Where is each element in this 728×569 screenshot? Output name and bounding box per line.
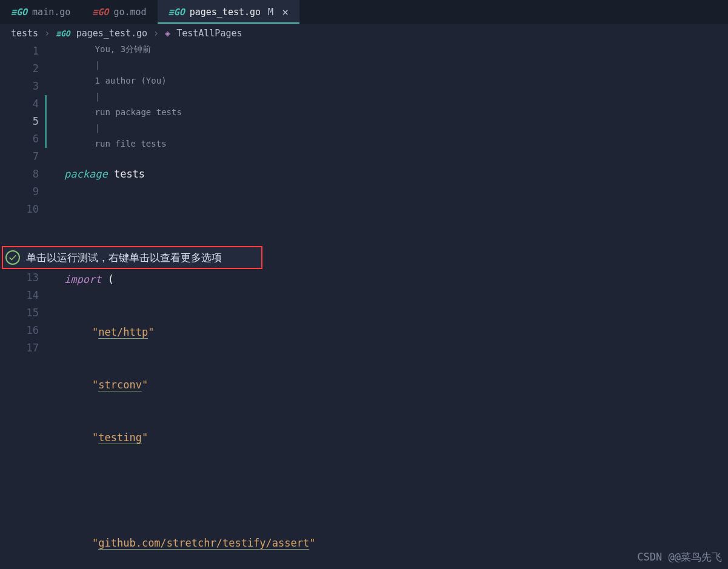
- breadcrumb-symbol[interactable]: TestAllPages: [176, 28, 242, 39]
- gutter: 1 2 3 4 5 6 7 8 9 10 12 13 14 15 16 17: [0, 42, 48, 569]
- run-test-tooltip[interactable]: 单击以运行测试，右键单击以查看更多选项: [2, 246, 262, 269]
- tab-label: main.go: [32, 7, 70, 18]
- code-area[interactable]: You, 3分钟前 | 1 author (You) | run package…: [48, 42, 728, 569]
- breadcrumb-folder[interactable]: tests: [11, 28, 38, 39]
- go-icon: ≡GO: [169, 7, 185, 18]
- watermark: CSDN @@菜鸟先飞: [637, 550, 722, 564]
- chevron-right-icon: ›: [44, 28, 50, 39]
- code-editor[interactable]: 1 2 3 4 5 6 7 8 9 10 12 13 14 15 16 17 Y…: [0, 42, 728, 569]
- line-number: 1: [0, 42, 39, 60]
- tab-go-mod[interactable]: ≡GO go.mod: [81, 0, 157, 24]
- close-icon[interactable]: ×: [282, 5, 289, 18]
- tab-bar: ≡GO main.go ≡GO go.mod ≡GO pages_test.go…: [0, 0, 728, 24]
- tooltip-text: 单击以运行测试，右键单击以查看更多选项: [26, 251, 222, 265]
- codelens-top: You, 3分钟前 | 1 author (You) | run package…: [64, 25, 182, 41]
- tab-label: pages_test.go: [190, 7, 261, 18]
- tab-main-go[interactable]: ≡GO main.go: [0, 0, 81, 24]
- check-circle-icon: [5, 250, 20, 265]
- modified-indicator: M: [268, 7, 273, 18]
- tab-label: go.mod: [113, 7, 146, 18]
- go-icon: ≡GO: [11, 7, 27, 18]
- tab-pages-test-go[interactable]: ≡GO pages_test.go M ×: [158, 0, 299, 24]
- go-icon: ≡GO: [92, 7, 109, 18]
